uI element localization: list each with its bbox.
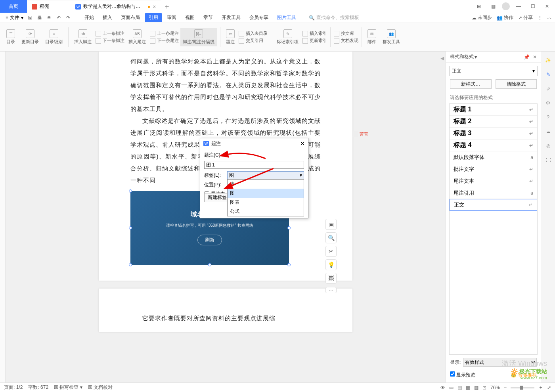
clear-format-button[interactable]: 清除格式 [496, 79, 537, 89]
prev-endnote[interactable]: 上一条尾注 [150, 31, 179, 36]
preview-checkbox[interactable]: 显示预览 [450, 371, 475, 379]
layout-icon[interactable]: ⊞ [473, 1, 484, 12]
rail-select-icon[interactable]: ⬀ [544, 85, 552, 93]
caption-input[interactable] [204, 161, 304, 169]
style-heading3[interactable]: 标题 3↵ [450, 128, 537, 140]
menu-tab-review[interactable]: 审阅 [163, 13, 180, 22]
mark-index-icon[interactable]: ✎ [283, 29, 292, 38]
resize-handle[interactable] [287, 226, 291, 229]
menu-tab-start[interactable]: 开始 [80, 13, 98, 22]
fullscreen-icon[interactable]: ⤢ [547, 385, 551, 390]
more-tools-icon[interactable]: ⋯ [325, 287, 337, 293]
zoom-fit-icon[interactable]: ⊡ [482, 385, 486, 390]
collapse-ribbon-icon[interactable]: ︿ [547, 14, 552, 21]
style-comment-text[interactable]: 批注文字↵ [450, 163, 537, 175]
word-count[interactable]: 字数: 672 [28, 384, 48, 391]
zoom-level[interactable]: 76% [490, 385, 500, 390]
resize-handle[interactable] [129, 226, 132, 229]
menu-tab-reference[interactable]: 引用 [145, 13, 162, 22]
resize-handle[interactable] [129, 189, 132, 193]
new-style-button[interactable]: 新样式… [450, 79, 492, 89]
rail-pen-icon[interactable]: ✎ [544, 71, 552, 78]
dd-item-formula[interactable]: 公式 [228, 207, 304, 216]
grid-icon[interactable]: ▦ [488, 1, 499, 12]
menu-tab-insert[interactable]: 插入 [99, 13, 116, 22]
next-footnote[interactable]: 下一条脚注 [96, 38, 124, 44]
user-avatar[interactable] [502, 2, 510, 10]
more-icon[interactable]: ⋮ [538, 15, 542, 21]
view-print-icon[interactable]: ▤ [457, 385, 462, 390]
comment-indicator[interactable]: 苦苦 [352, 131, 368, 137]
wrap-icon[interactable]: ▣ [325, 219, 337, 230]
menu-tab-picture-tools[interactable]: 图片工具 [273, 13, 300, 22]
spellcheck-toggle[interactable]: ☒ 拼写检查 ▾ [54, 384, 82, 391]
menu-tab-section[interactable]: 章节 [199, 13, 217, 22]
mass-send-icon[interactable]: 👥 [387, 29, 396, 38]
tab-close[interactable]: × [153, 4, 156, 10]
search-lib[interactable]: 搜文库 [334, 31, 358, 36]
style-body[interactable]: 正文↵ [450, 199, 537, 211]
close-button[interactable]: ✕ [542, 1, 553, 12]
zoom-out-icon[interactable]: − [504, 385, 507, 390]
preview-icon[interactable]: 👁 [46, 14, 53, 21]
share-button[interactable]: ↗ 分享 [518, 14, 533, 21]
view-web-icon[interactable]: ▦ [466, 385, 470, 390]
style-default-font[interactable]: 默认段落字体a [450, 151, 537, 163]
eye-icon[interactable]: 👁 [440, 385, 445, 390]
style-heading4[interactable]: 标题 4↵ [450, 140, 537, 151]
new-label-button[interactable]: 新建标签 [204, 193, 230, 202]
endnote-icon[interactable]: AB [133, 29, 142, 38]
doc-discover[interactable]: 文档发现 [334, 38, 358, 44]
mail-icon[interactable]: ✉ [367, 29, 376, 38]
label-select[interactable]: 图▾ [227, 171, 304, 179]
cross-ref[interactable]: 交叉引用 [239, 38, 268, 44]
dialog-close-icon[interactable]: ✕ [300, 140, 305, 147]
prev-footnote[interactable]: 上一条脚注 [96, 31, 124, 36]
tab-docx[interactable]: 稻壳 [27, 0, 71, 13]
tab-home[interactable]: 首页 [0, 0, 27, 13]
footnote-icon[interactable]: ab [78, 29, 87, 38]
dd-item-figure[interactable]: 图 [228, 189, 304, 198]
proofread-toggle[interactable]: ☒ 文档校对 [88, 384, 113, 391]
pin-icon[interactable]: 📌 [524, 54, 530, 60]
zoom-slider[interactable] [511, 387, 534, 388]
tab-add[interactable]: ＋ [161, 0, 173, 13]
update-toc-icon[interactable]: ⟳ [26, 29, 34, 38]
view-outline-icon[interactable]: ▥ [474, 385, 478, 390]
update-index[interactable]: 更新索引 [302, 38, 327, 44]
tab-document[interactable]: W 数学是人类对…象结构与模式 ● × [71, 0, 161, 13]
bulb-icon[interactable]: 💡 [325, 259, 337, 270]
page2-text[interactable]: 它要求作者既要对所查阅资料的主要观点进展综 [130, 312, 321, 324]
toc-icon[interactable]: ☰ [6, 29, 15, 38]
insert-index[interactable]: 插入索引 [302, 31, 327, 36]
caption-icon[interactable]: ▭ [226, 29, 235, 38]
rail-expand-icon[interactable]: ⛶ [544, 156, 552, 164]
sync-status[interactable]: ☁ 未同步 [472, 14, 492, 21]
insert-table-toc[interactable]: 插入表目录 [239, 31, 268, 36]
current-style-combo[interactable]: 正文▾ [449, 66, 538, 76]
focus-icon[interactable]: ▭ [449, 385, 454, 390]
menu-tab-member[interactable]: 会员专享 [245, 13, 272, 22]
footnote-separator[interactable]: [i]=脚注/尾注分隔线 [180, 28, 217, 46]
command-search[interactable]: 🔍 查找命令、搜索模板 [309, 14, 359, 21]
zoom-icon[interactable]: 🔍 [325, 232, 337, 243]
menu-tab-view[interactable]: 视图 [181, 13, 199, 22]
file-menu[interactable]: ≡ 文件 ▾ [3, 13, 26, 22]
rail-cloud-icon[interactable]: ☁ [544, 128, 552, 136]
next-endnote[interactable]: 下一条尾注 [150, 38, 179, 44]
maximize-button[interactable]: ☐ [527, 1, 538, 12]
rail-target-icon[interactable]: ◎ [544, 142, 552, 150]
undo-icon[interactable]: ↶ [55, 14, 62, 21]
style-endnote-ref[interactable]: 尾注引用a [450, 187, 537, 199]
zoom-in-icon[interactable]: ＋ [538, 384, 543, 391]
print-icon[interactable]: 🖶 [36, 14, 43, 21]
style-endnote-text[interactable]: 尾注文本↵ [450, 175, 537, 187]
panel-toggle-icon[interactable]: ◀ [440, 55, 444, 61]
resize-handle[interactable] [208, 263, 211, 266]
resize-handle[interactable] [129, 263, 132, 266]
redo-icon[interactable]: ↷ [65, 14, 72, 21]
rail-assistant-icon[interactable]: ✨ [544, 56, 552, 64]
style-heading2[interactable]: 标题 2↵ [450, 116, 537, 128]
dd-item-chart[interactable]: 图表 [228, 198, 304, 207]
save-icon[interactable]: 🖫 [27, 14, 34, 21]
